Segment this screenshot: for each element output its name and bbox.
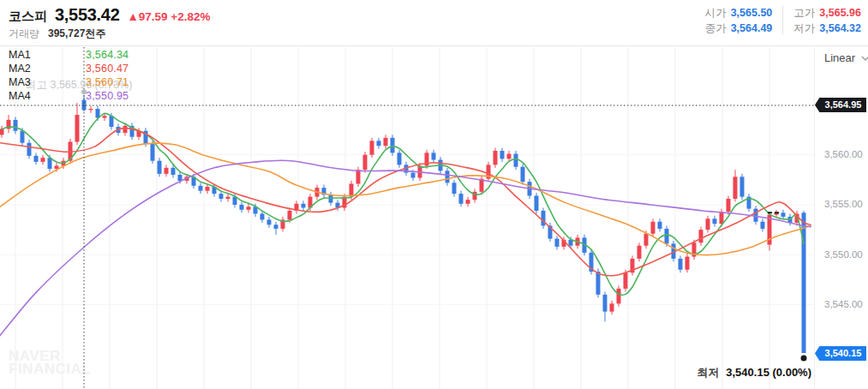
candle-body (754, 209, 758, 222)
session-low-note: 최저 3,540.15 (0.00%) (697, 365, 811, 380)
candle-body (151, 144, 155, 161)
high-value: 3,565.96 (819, 6, 861, 20)
ma1-label: MA1 (9, 48, 86, 62)
ma3-label: MA3 (9, 75, 86, 89)
candle-body (89, 109, 93, 110)
low-value: 3,564.32 (819, 21, 861, 35)
candle-body (260, 213, 265, 219)
candle-body (21, 131, 25, 143)
candle-body (720, 212, 724, 224)
candle-body (199, 186, 203, 191)
ma3-row: MA3 3,560.71 (9, 75, 129, 89)
ma4-label: MA4 (9, 89, 86, 103)
candle-body (158, 161, 162, 174)
candle-body (219, 194, 224, 199)
high-cell: 고가 3,565.96 (793, 6, 861, 20)
close-cell: 종가 3,564.49 (705, 21, 773, 35)
candle-body (617, 289, 621, 303)
candle-body (459, 194, 464, 204)
ma2-value: 3,560.47 (86, 62, 129, 75)
axis-tick-3550: 3,550.00 (824, 249, 863, 260)
candle-body (665, 229, 669, 243)
candle-body (699, 230, 703, 242)
candle-body (658, 222, 662, 229)
candle-body (555, 239, 560, 247)
ohlc-col-2: 고가 3,565.96 저가 3,564.32 (782, 6, 861, 35)
candle-body (302, 204, 306, 208)
ma1-value: 3,564.34 (86, 48, 129, 62)
session-low-badge: 3,540.15 (815, 346, 866, 361)
ma3-value: 3,560.71 (86, 75, 129, 89)
candle-body (446, 171, 450, 183)
candle-body (363, 155, 368, 170)
candle-body (466, 200, 470, 204)
close-label: 종가 (705, 21, 727, 35)
candle-body (610, 303, 614, 311)
candle-body (507, 154, 512, 159)
chart-area: NAVER FINANCIAL 최고 3,565.96 (0.73%) MA1 … (0, 47, 868, 389)
candle-body (685, 257, 690, 270)
ma2-label: MA2 (9, 62, 86, 75)
candle-body (733, 177, 738, 199)
price-change: ▲97.59 +2.82% (127, 10, 210, 23)
ma4-row: MA4 3,550.95 (9, 89, 129, 103)
candle-body (165, 168, 169, 174)
candle-body (644, 234, 649, 246)
candle-body (356, 170, 361, 183)
candle-body (350, 183, 354, 196)
candle-body (624, 272, 628, 289)
candle-body (288, 211, 292, 219)
candle-body (535, 195, 539, 210)
low-label: 저가 (793, 21, 815, 35)
ma4-value: 3,550.95 (86, 89, 129, 103)
session-low-value: 3,540.15 (0.00%) (726, 366, 811, 379)
header-divider (0, 45, 868, 46)
candle-body (411, 173, 416, 178)
candle-body (542, 211, 546, 225)
candle-body (706, 218, 710, 230)
session-low-label: 최저 (697, 365, 719, 380)
volume-row: 거래량 395,727천주 (9, 27, 105, 41)
header: 코스피 3,553.42 ▲97.59 +2.82% 거래량 395,727천주… (0, 0, 868, 46)
candle-body (41, 158, 45, 162)
candle-body (274, 224, 278, 229)
candle-body (34, 156, 39, 162)
candle-body (500, 151, 505, 159)
candle-body (384, 138, 388, 146)
candle-body (377, 141, 381, 146)
candle-body (103, 116, 107, 117)
candle-body (781, 212, 786, 217)
candlestick-chart[interactable] (0, 47, 868, 389)
candle-body (370, 141, 374, 154)
candle-body (14, 120, 18, 131)
candle-body (123, 126, 128, 133)
candle-body (233, 197, 237, 205)
ma1-row: MA1 3,564.34 (9, 48, 129, 62)
current-price: 3,553.42 (55, 5, 119, 25)
candle-body (761, 222, 765, 229)
open-value: 3,565.50 (731, 6, 773, 20)
candle-body (240, 205, 244, 210)
candle-body (473, 192, 477, 200)
candle-body (247, 206, 251, 209)
candle-body (171, 168, 176, 175)
ohlc-col-1: 시가 3,565.50 종가 3,564.49 (705, 6, 773, 35)
candle-body (521, 167, 525, 182)
volume-value: 395,727천주 (48, 27, 105, 41)
scale-selector-dropdown[interactable]: Linear (824, 51, 868, 64)
ma-line-ma3 (0, 143, 811, 254)
candle-body (391, 138, 395, 153)
close-value: 3,564.49 (731, 21, 773, 35)
axis-tick-3555: 3,555.00 (824, 199, 863, 209)
candle-body (267, 219, 272, 224)
candle-body (713, 218, 717, 224)
axis-tick-3560: 3,560.00 (824, 149, 863, 159)
ma-line-ma1 (2, 113, 804, 295)
crosshair-price-badge: 3,564.95 (815, 98, 866, 112)
volume-label: 거래량 (9, 27, 39, 41)
ohlc-info: 시가 3,565.50 종가 3,564.49 고가 3,565.96 저가 3… (705, 6, 861, 35)
ma-legend: MA1 3,564.34 MA2 3,560.47 MA3 3,560.71 M… (9, 48, 129, 103)
candle-body (452, 183, 457, 194)
candle-body (206, 187, 210, 191)
candle-body (432, 153, 436, 159)
